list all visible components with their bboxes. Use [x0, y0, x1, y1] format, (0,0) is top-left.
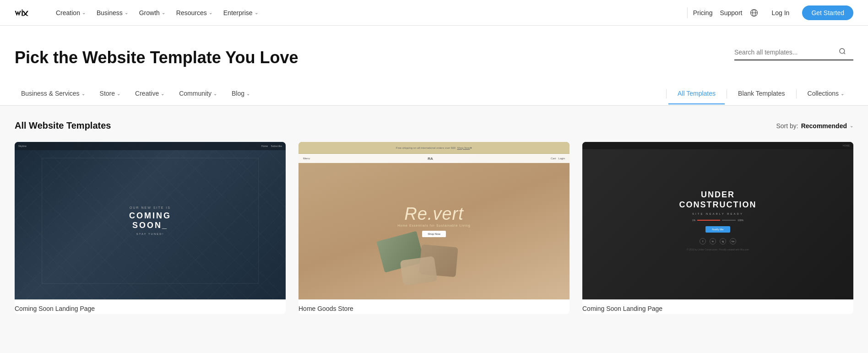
chevron-down-icon: ⌄: [246, 91, 250, 96]
search-icon[interactable]: [839, 48, 846, 57]
nav-resources[interactable]: Resources ⌄: [172, 6, 217, 19]
search-input[interactable]: [734, 49, 835, 56]
cat-store[interactable]: Store ⌄: [93, 83, 127, 104]
template-label: Coming Soon Landing Page: [15, 299, 286, 314]
section-title: All Website Templates: [15, 120, 111, 131]
wix-logo[interactable]: [15, 8, 37, 18]
nav-right: Pricing Support Log In Get Started: [693, 5, 853, 20]
hero-section: Pick the Website Template You Love: [0, 26, 868, 82]
cat-business-services[interactable]: Business & Services ⌄: [15, 83, 92, 104]
chevron-down-icon: ⌄: [841, 91, 844, 96]
template-card[interactable]: Free shipping on all international order…: [298, 142, 570, 314]
cat-nav-left: Business & Services ⌄ Store ⌄ Creative ⌄…: [15, 83, 664, 104]
cat-creative[interactable]: Creative ⌄: [129, 83, 171, 104]
nav-creation[interactable]: Creation ⌄: [51, 6, 90, 19]
svg-line-5: [844, 53, 845, 54]
sort-by-label: Sort by:: [776, 122, 798, 130]
cat-blank-templates[interactable]: Blank Templates: [729, 83, 794, 104]
nav-growth[interactable]: Growth ⌄: [135, 6, 170, 19]
login-link[interactable]: Log In: [766, 6, 795, 19]
cat-nav-right: All Templates Blank Templates Collection…: [664, 83, 853, 104]
svg-point-4: [840, 49, 845, 54]
nav-support-link[interactable]: Support: [720, 9, 742, 16]
nav-links: Creation ⌄ Business ⌄ Growth ⌄ Resources…: [51, 6, 682, 19]
chevron-down-icon: ⌄: [125, 10, 128, 15]
template-preview: HOME UNDERCONSTRUCTION SITE NEARLY READY…: [582, 142, 853, 299]
hero-title: Pick the Website Template You Love: [15, 48, 298, 67]
template-grid: Skyline Home Subscribe OUR NEW SITE IS C…: [15, 142, 853, 314]
cat-separator-3: [796, 89, 797, 98]
get-started-button[interactable]: Get Started: [802, 5, 853, 20]
nav-enterprise[interactable]: Enterprise ⌄: [219, 6, 263, 19]
nav-divider: [687, 7, 688, 18]
template-label: Coming Soon Landing Page: [582, 299, 853, 314]
main-content: All Website Templates Sort by: Recommend…: [0, 106, 868, 353]
chevron-down-icon: ⌄: [81, 91, 85, 96]
chevron-down-icon: ⌄: [850, 123, 853, 128]
template-preview: Skyline Home Subscribe OUR NEW SITE IS C…: [15, 142, 286, 299]
cat-separator-2: [727, 89, 727, 98]
chevron-down-icon: ⌄: [162, 10, 165, 15]
chevron-down-icon: ⌄: [209, 10, 212, 15]
nav-pricing-link[interactable]: Pricing: [693, 9, 713, 16]
template-label: Home Goods Store: [298, 299, 570, 314]
cat-all-templates[interactable]: All Templates: [668, 83, 725, 104]
sort-by-control[interactable]: Sort by: Recommended ⌄: [776, 122, 853, 130]
cat-collections[interactable]: Collections ⌄: [798, 83, 853, 104]
preview-brand-area: Re.vert Home Essentials for Sustainable …: [397, 204, 470, 237]
search-box: [734, 48, 853, 60]
svg-rect-0: [22, 9, 22, 10]
chevron-down-icon: ⌄: [213, 91, 217, 96]
chevron-down-icon: ⌄: [82, 10, 86, 15]
chevron-down-icon: ⌄: [117, 91, 120, 96]
template-card[interactable]: HOME UNDERCONSTRUCTION SITE NEARLY READY…: [582, 142, 853, 314]
chevron-down-icon: ⌄: [255, 10, 258, 15]
main-header: All Website Templates Sort by: Recommend…: [15, 120, 853, 131]
cat-community[interactable]: Community ⌄: [173, 83, 223, 104]
cat-separator-1: [666, 89, 667, 98]
chevron-down-icon: ⌄: [161, 91, 164, 96]
cat-blog[interactable]: Blog ⌄: [225, 83, 256, 104]
template-card[interactable]: Skyline Home Subscribe OUR NEW SITE IS C…: [15, 142, 286, 314]
template-preview: Free shipping on all international order…: [298, 142, 570, 299]
sort-value: Recommended: [801, 122, 847, 130]
main-nav: Creation ⌄ Business ⌄ Growth ⌄ Resources…: [0, 0, 868, 26]
nav-business[interactable]: Business ⌄: [92, 6, 133, 19]
globe-icon[interactable]: [749, 8, 759, 17]
category-nav: Business & Services ⌄ Store ⌄ Creative ⌄…: [0, 82, 868, 106]
